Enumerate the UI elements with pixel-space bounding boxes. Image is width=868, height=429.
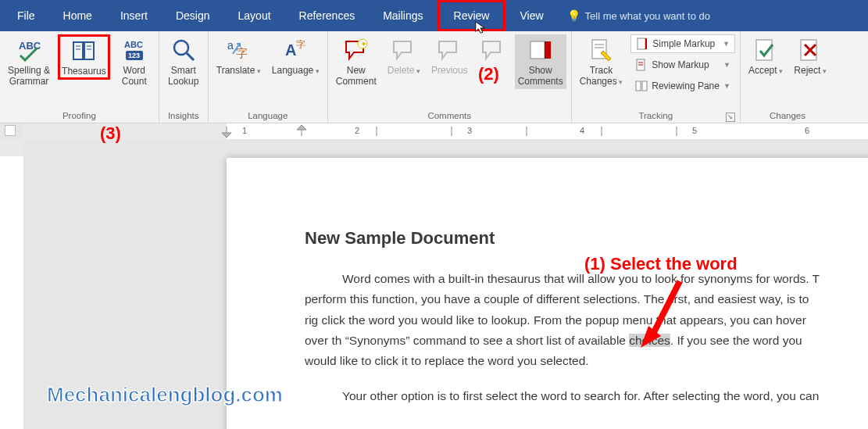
tracking-options: Simple Markup ▼ Show Markup ▼ Reviewing …: [630, 34, 735, 95]
thesaurus-button[interactable]: Thesaurus: [58, 34, 110, 80]
ribbon: ABC Spelling & Grammar Thesaurus ABC123 …: [0, 31, 868, 123]
svg-text:字: 字: [296, 39, 305, 50]
track-changes-label: Track Changes: [580, 66, 623, 88]
next-comment-button[interactable]: [476, 34, 510, 67]
word-count-icon: ABC123: [120, 36, 148, 64]
word-count-button[interactable]: ABC123 Word Count: [115, 34, 154, 89]
group-language: a字 Translate A字 Language Language: [209, 31, 328, 123]
new-comment-icon: ✦: [342, 36, 370, 64]
accept-label: Accept: [748, 66, 783, 77]
next-comment-icon: [479, 36, 507, 64]
thesaurus-icon: [70, 37, 98, 65]
ruler-number: 3: [467, 126, 472, 135]
group-label-changes: Changes: [745, 109, 830, 123]
word-count-label: Word Count: [122, 66, 147, 88]
accept-button[interactable]: Accept: [745, 34, 786, 78]
spelling-grammar-button[interactable]: ABC Spelling & Grammar: [5, 34, 53, 89]
tab-review[interactable]: Review: [438, 0, 506, 31]
previous-comment-label: Previous: [431, 66, 468, 77]
delete-comment-label: Delete: [388, 66, 420, 77]
reviewing-pane-dropdown[interactable]: Reviewing Pane ▼: [630, 77, 735, 95]
spelling-icon: ABC: [15, 36, 43, 64]
group-tracking: Track Changes Simple Markup ▼ Show Marku…: [572, 31, 741, 123]
svg-text:✦: ✦: [360, 39, 367, 48]
svg-rect-1: [73, 42, 83, 59]
smart-lookup-label: Smart Lookup: [168, 66, 198, 88]
spelling-label: Spelling & Grammar: [8, 66, 50, 88]
track-changes-button[interactable]: Track Changes: [577, 34, 627, 89]
tab-home[interactable]: Home: [49, 0, 106, 31]
ruler-corner-icon: [5, 125, 16, 136]
language-button[interactable]: A字 Language: [269, 34, 323, 78]
group-label-language: Language: [213, 109, 323, 123]
paragraph: Your other option is to first select the…: [305, 386, 820, 406]
reject-icon: [796, 36, 824, 64]
horizontal-ruler[interactable]: 1 2 3 4 5 6: [23, 123, 868, 139]
ruler-ticks: [23, 123, 868, 139]
group-label-proofing: Proofing: [5, 109, 154, 123]
ribbon-tabs: File Home Insert Design Layout Reference…: [0, 0, 868, 31]
tab-references[interactable]: References: [285, 0, 370, 31]
group-label-insights: Insights: [164, 109, 203, 123]
tab-view[interactable]: View: [505, 0, 557, 31]
tab-layout[interactable]: Layout: [224, 0, 285, 31]
svg-rect-32: [23, 123, 227, 139]
translate-label: Translate: [216, 66, 261, 77]
tab-insert[interactable]: Insert: [106, 0, 162, 31]
previous-comment-icon: [435, 36, 463, 64]
svg-text:a: a: [227, 39, 234, 52]
delete-comment-button[interactable]: Delete: [384, 34, 423, 78]
svg-rect-44: [0, 156, 23, 429]
show-comments-label: Show Comments: [518, 66, 563, 88]
svg-text:字: 字: [236, 46, 248, 59]
group-label-comments: Comments: [333, 109, 566, 123]
svg-rect-33: [227, 123, 868, 139]
svg-rect-24: [645, 38, 647, 49]
tab-design[interactable]: Design: [162, 0, 224, 31]
annotation-two: (2): [478, 64, 499, 84]
tell-me-search[interactable]: 💡 Tell me what you want to do: [567, 9, 710, 22]
vertical-ruler[interactable]: [0, 139, 23, 429]
show-markup-dropdown[interactable]: Show Markup ▼: [630, 55, 735, 74]
accept-icon: [752, 36, 780, 64]
group-changes: Accept Reject Changes: [741, 31, 834, 123]
show-comments-button[interactable]: Show Comments: [515, 34, 566, 89]
tracking-dialog-launcher[interactable]: ↘: [726, 113, 735, 122]
svg-text:123: 123: [128, 52, 140, 59]
simple-markup-label: Simple Markup: [652, 38, 719, 49]
watermark-text: Mechanicalengblog.com: [47, 383, 283, 407]
new-comment-button[interactable]: ✦ New Comment: [333, 34, 380, 89]
svg-rect-2: [84, 42, 94, 59]
previous-comment-button[interactable]: Previous: [428, 34, 471, 78]
reviewing-pane-label: Reviewing Pane: [652, 80, 720, 91]
svg-rect-28: [636, 81, 641, 91]
svg-text:ABC: ABC: [124, 40, 143, 49]
tab-mailings[interactable]: Mailings: [369, 0, 437, 31]
group-insights: Smart Lookup Insights: [159, 31, 209, 123]
svg-rect-23: [638, 38, 645, 49]
lightbulb-icon: 💡: [567, 9, 580, 22]
document-title: New Sample Document: [305, 228, 820, 248]
paragraph: Word comes with a built-in thesaurus tha…: [305, 269, 820, 372]
ruler-number: 4: [580, 126, 584, 135]
svg-rect-19: [545, 41, 551, 59]
svg-rect-18: [530, 41, 545, 59]
vruler-ticks: [0, 139, 23, 429]
delete-comment-icon: [390, 36, 418, 64]
reject-button[interactable]: Reject: [791, 34, 830, 78]
group-comments: ✦ New Comment Delete Previous: [328, 31, 572, 123]
annotation-arrow-icon: [641, 277, 695, 356]
smart-lookup-button[interactable]: Smart Lookup: [164, 34, 203, 89]
svg-text:A: A: [285, 41, 296, 59]
annotation-three: (3): [100, 123, 121, 144]
svg-rect-29: [642, 81, 647, 91]
svg-text:ABC: ABC: [19, 40, 41, 52]
document-page[interactable]: New Sample Document Word comes with a bu…: [227, 158, 868, 429]
translate-button[interactable]: a字 Translate: [213, 34, 264, 78]
group-proofing: ABC Spelling & Grammar Thesaurus ABC123 …: [0, 31, 159, 123]
tab-file[interactable]: File: [3, 0, 49, 31]
language-icon: A字: [281, 36, 309, 64]
simple-markup-dropdown[interactable]: Simple Markup ▼: [630, 34, 735, 53]
chevron-down-icon: ▼: [723, 61, 730, 69]
new-comment-label: New Comment: [336, 66, 377, 88]
